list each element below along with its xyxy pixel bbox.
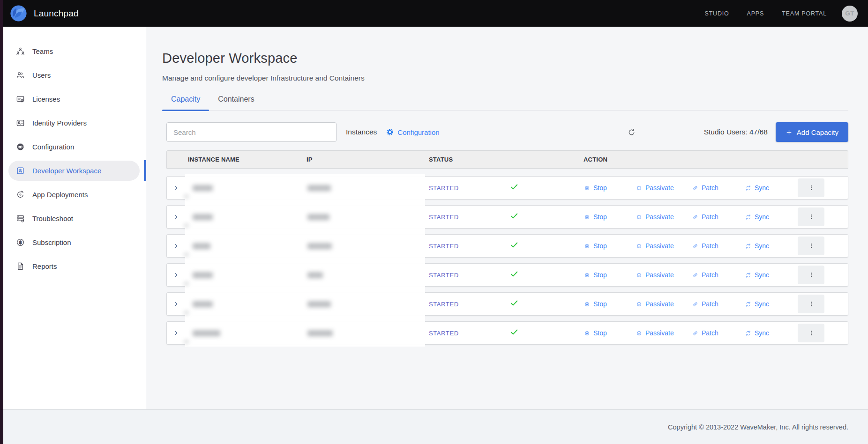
patch-action[interactable]: Patch [692,184,745,192]
passivate-label: Passivate [645,300,674,308]
sidebar-item-identity-providers[interactable]: Identity Providers [3,111,146,135]
stop-action[interactable]: Stop [584,271,636,279]
row-menu-button[interactable] [798,178,824,197]
stop-label: Stop [593,271,607,279]
sync-action[interactable]: Sync [745,271,769,279]
table-row[interactable]: STARTED Stop Passivate Patch Sync [166,292,848,316]
sync-action[interactable]: Sync [745,242,769,250]
patch-action[interactable]: Patch [692,213,745,221]
copyright-text: Copyright © 2013-2022 WaveMaker, Inc. Al… [668,423,848,431]
passivate-label: Passivate [645,184,674,192]
configuration-link[interactable]: Configuration [386,128,439,136]
table-row[interactable]: STARTED Stop Passivate Patch Sync [166,321,848,345]
sidebar-item-app-deployments[interactable]: App Deployments [3,183,146,207]
passivate-action[interactable]: Passivate [636,213,692,221]
sync-label: Sync [755,213,769,221]
passivate-action[interactable]: Passivate [636,242,692,250]
passivate-action[interactable]: Passivate [636,271,692,279]
sidebar-item-users[interactable]: Users [3,63,146,87]
kebab-icon [808,242,815,250]
patch-label: Patch [702,242,718,250]
page-subtitle: Manage and configure developer Infrastru… [162,74,848,82]
sync-icon [745,214,752,221]
minus-circle-icon [636,243,643,250]
subscription-icon [16,238,25,247]
sidebar-item-licenses[interactable]: Licenses [3,87,146,111]
sidebar-item-configuration[interactable]: Configuration [3,135,146,159]
footer: Copyright © 2013-2022 WaveMaker, Inc. Al… [3,409,868,444]
sidebar-item-reports[interactable]: Reports [3,254,146,278]
patch-action[interactable]: Patch [692,242,745,250]
row-menu-button[interactable] [798,237,824,255]
tab-capacity[interactable]: Capacity [162,95,209,110]
refresh-button[interactable] [627,128,636,137]
stop-icon [584,301,591,308]
row-menu-button[interactable] [798,295,824,313]
topnav: STUDIOAPPSTEAM PORTAL GT [705,6,868,22]
patch-action[interactable]: Patch [692,300,745,308]
topnav-link-apps[interactable]: APPS [747,10,764,17]
chevron-right-icon[interactable] [173,243,180,249]
sidebar-item-teams[interactable]: Teams [3,39,146,63]
stop-action[interactable]: Stop [584,242,636,250]
redacted-ip [307,243,332,249]
sync-action[interactable]: Sync [745,184,769,192]
topnav-link-studio[interactable]: STUDIO [705,10,729,17]
ip-cell [307,243,429,249]
table-row[interactable]: STARTED Stop Passivate Patch Sync [166,205,848,229]
row-menu-button[interactable] [798,207,824,226]
row-expander-cell [167,243,188,249]
add-capacity-button[interactable]: Add Capacity [776,122,848,142]
stop-action[interactable]: Stop [584,184,636,192]
health-check-icon [509,182,519,193]
row-menu-button[interactable] [798,324,824,342]
topnav-link-team-portal[interactable]: TEAM PORTAL [782,10,827,17]
sidebar-item-subscription[interactable]: Subscription [3,230,146,254]
stop-action[interactable]: Stop [584,213,636,221]
table-row[interactable]: STARTED Stop Passivate Patch Sync [166,234,848,258]
chevron-right-icon[interactable] [173,330,180,336]
table-row[interactable]: STARTED Stop Passivate Patch Sync [166,263,848,287]
ip-cell [307,301,429,307]
sidebar-item-developer-workspace[interactable]: Developer Workspace [3,159,146,183]
tab-containers[interactable]: Containers [209,95,263,110]
sync-action[interactable]: Sync [745,329,769,337]
chevron-right-icon[interactable] [173,185,180,191]
status-cell: STARTED [429,327,584,339]
instance-name-cell [188,272,307,278]
patch-icon [692,330,699,337]
passivate-action[interactable]: Passivate [636,300,692,308]
stop-label: Stop [593,300,607,308]
patch-action[interactable]: Patch [692,271,745,279]
instance-name-cell [188,214,307,220]
sync-label: Sync [755,271,769,279]
sync-icon [745,185,752,192]
passivate-action[interactable]: Passivate [636,184,692,192]
stop-action[interactable]: Stop [584,329,636,337]
toolbar: Instances Configuration Studio Users: 47… [166,122,848,142]
sync-action[interactable]: Sync [745,213,769,221]
stop-action[interactable]: Stop [584,300,636,308]
action-cell: Stop Passivate Patch Sync [584,295,848,313]
avatar[interactable]: GT [842,6,858,22]
table-row[interactable]: STARTED Stop Passivate Patch Sync [166,176,848,200]
patch-label: Patch [702,213,718,221]
row-menu-button[interactable] [798,266,824,284]
passivate-label: Passivate [645,213,674,221]
patch-action[interactable]: Patch [692,329,745,337]
tab-bar: Capacity Containers [162,95,848,111]
sync-action[interactable]: Sync [745,300,769,308]
passivate-action[interactable]: Passivate [636,329,692,337]
redacted-ip [307,214,329,220]
status-badge: STARTED [429,185,509,192]
sidebar-item-troubleshoot[interactable]: Troubleshoot [3,207,146,230]
stop-label: Stop [593,242,607,250]
redacted-ip [307,330,333,336]
redacted-ip [307,301,331,307]
chevron-right-icon[interactable] [173,301,180,307]
chevron-right-icon[interactable] [173,272,180,278]
chevron-right-icon[interactable] [173,214,180,220]
search-input[interactable] [166,122,337,142]
health-check-icon [509,327,519,339]
column-instance-name: INSTANCE NAME [188,156,307,163]
